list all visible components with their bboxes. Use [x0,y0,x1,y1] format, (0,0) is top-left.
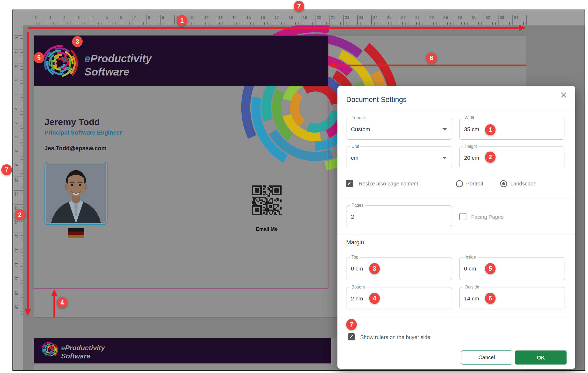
height-input[interactable]: Height 20 cm [459,146,564,168]
facing-pages-label: Facing Pages [471,214,504,220]
ruler-tick [324,22,324,25]
annotation-badge: 2 [15,209,25,220]
ruler-tick [93,22,93,25]
ruler-tick [56,22,56,25]
divider [337,198,575,198]
annotation-badge: 3 [72,36,83,47]
ruler-tick [34,15,34,25]
width-input[interactable]: Width 35 cm [459,118,564,140]
ruler-tick [68,22,68,25]
pages-input[interactable]: Pages 2 [346,205,452,227]
show-rulers-checkbox[interactable]: ✓ [348,333,355,340]
ruler-tick [20,295,23,295]
qr-code[interactable] [252,185,282,215]
ruler-tick [259,15,259,25]
ruler-tick [450,22,451,25]
ruler-tick [14,64,23,64]
ruler-tick [332,22,332,25]
ruler-tick [377,22,377,25]
chevron-down-icon [443,128,447,131]
ruler-tick [14,92,23,92]
ruler-tick [20,269,23,269]
person-name-text[interactable]: Jeremy Todd [44,117,100,127]
width-value: 35 cm [464,126,479,132]
portrait-photo[interactable] [44,162,108,225]
ruler-tick [484,15,484,25]
ruler-tick [172,22,172,25]
ruler-tick: 21 [331,15,335,20]
vertical-ruler[interactable]: 012345678910111213141516171819 [12,10,23,371]
ruler-tick: 9 [15,164,19,166]
close-icon[interactable]: ✕ [558,89,569,101]
ruler-tick [20,154,23,154]
landscape-radio[interactable] [500,180,507,187]
portrait-radio[interactable] [456,180,463,187]
ruler-tick [200,22,200,25]
resize-content-checkbox[interactable]: ✓ [346,180,353,187]
margin-inside-input[interactable]: Inside 0 cm [459,257,564,280]
ok-button[interactable]: OK [515,350,567,365]
facing-pages-checkbox[interactable] [459,213,466,220]
ruler-tick [20,286,23,286]
ruler-tick [340,22,341,25]
ruler-tick: 32 [485,15,490,20]
ruler-tick [366,22,366,25]
format-label: Format [350,116,367,120]
ruler-tick [20,252,23,252]
ruler-tick [155,22,155,25]
brand-e: e [61,344,65,352]
ruler-tick [391,22,391,25]
ruler-tick [498,15,498,25]
unit-select[interactable]: Unit cm [346,146,452,168]
ruler-tick: 16 [15,262,19,267]
ruler-tick: 28 [429,15,434,20]
person-title-text[interactable]: Principal Software Engineer [44,129,122,136]
ruler-tick: 0 [35,15,37,20]
margin-outside-input[interactable]: Outside 14 cm [459,287,564,309]
divider [337,316,575,316]
resize-content-label: Resize also page content [359,181,418,187]
ruler-tick [42,22,42,25]
ruler-tick [414,15,414,25]
ruler-tick [214,22,214,25]
ruler-tick: 15 [15,248,19,253]
qr-code-label[interactable]: Email Me [252,226,282,232]
ruler-tick [20,114,23,115]
ruler-tick [20,241,23,241]
pages-value: 2 [351,214,354,220]
ruler-tick [174,15,175,25]
ruler-tick [388,22,389,25]
ruler-tick [20,131,23,131]
ruler-tick [357,15,358,25]
ruler-tick: 8 [15,150,19,152]
ruler-tick [225,22,225,25]
ruler-tick [492,22,493,25]
ruler-tick [20,309,23,309]
ruler-tick [287,15,287,25]
page2-brand-wordmark[interactable]: eProductivity Software [61,344,105,360]
germany-flag-icon[interactable] [68,228,84,238]
ruler-tick: 4 [15,94,19,96]
ruler-tick [267,22,268,25]
cancel-button[interactable]: Cancel [461,350,512,365]
ruler-tick [20,95,23,95]
flag-stripe-red [68,232,84,235]
ruler-tick [273,15,273,25]
ruler-tick: 5 [106,15,108,20]
margin-top-input[interactable]: Top 0 cm [346,257,452,280]
horizontal-ruler[interactable]: 0123456789101112131415161718192021222324… [12,10,585,25]
landscape-label: Landscape [510,181,536,187]
page2-brand-logo-icon[interactable] [41,341,59,359]
margin-bottom-input[interactable]: Bottom 2 cm [346,287,452,309]
ruler-tick: 25 [387,15,392,20]
ruler-tick: 27 [415,15,420,20]
ruler-tick [518,22,518,25]
ruler-tick: 1 [49,15,51,20]
ruler-tick [141,22,141,25]
ruler-tick [20,145,23,145]
format-select[interactable]: Format Custom [346,118,452,140]
ruler-tick: 4 [92,15,94,20]
ruler-tick [515,22,515,25]
ruler-tick: 14 [232,15,237,20]
person-email-text[interactable]: Jes.Todd@epssw.com [44,145,106,152]
